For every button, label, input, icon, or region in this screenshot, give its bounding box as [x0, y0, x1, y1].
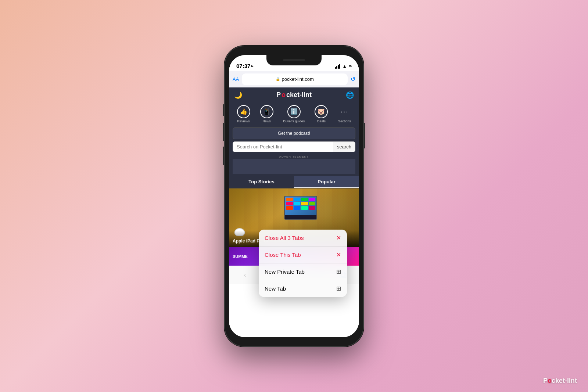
news-label: News — [262, 119, 271, 123]
podcast-bar[interactable]: Get the podcast! — [233, 127, 355, 139]
reviews-icon: 👍 — [237, 105, 250, 118]
nav-sections[interactable]: ··· Sections — [338, 105, 351, 123]
reviews-label: Reviews — [237, 119, 250, 123]
site-header: 🌙 P o cket-lint 🌐 — [229, 87, 359, 103]
guides-label: Buyer's guides — [283, 119, 305, 123]
time-label: 07:37 — [236, 63, 250, 69]
address-bar: AA 🔒 pocket-lint.com ↺ — [229, 71, 359, 87]
close-this-icon: ✕ — [336, 251, 341, 258]
close-all-icon: ✕ — [336, 234, 341, 241]
moon-icon: 🌙 — [234, 91, 242, 99]
reload-button[interactable]: ↺ — [351, 76, 355, 83]
tab-popular[interactable]: Popular — [294, 176, 359, 188]
nav-guides[interactable]: ℹ️ Buyer's guides — [283, 105, 305, 123]
speaker — [283, 59, 305, 61]
phone-screen: 07:37 ▸ ▲ AA 🔒 pocket-lint.com — [229, 55, 359, 337]
ipad-image — [284, 196, 317, 220]
website-content: 🌙 P o cket-lint 🌐 👍 Reviews 📱 News — [229, 87, 359, 266]
sections-label: Sections — [338, 119, 351, 123]
search-input[interactable] — [233, 142, 333, 152]
context-menu: Close All 3 Tabs ✕ Close This Tab ✕ New … — [259, 230, 347, 266]
power-button — [364, 123, 365, 148]
ad-space — [233, 159, 355, 174]
close-this-tab-item[interactable]: Close This Tab ✕ — [259, 247, 347, 263]
location-icon: ▸ — [251, 64, 253, 68]
lock-icon: 🔒 — [276, 77, 280, 81]
close-all-tabs-label: Close All 3 Tabs — [265, 235, 304, 241]
nav-reviews[interactable]: 👍 Reviews — [237, 105, 250, 123]
search-row: search — [233, 141, 355, 152]
status-time: 07:37 ▸ — [236, 63, 253, 69]
news-icon: 📱 — [260, 105, 273, 118]
guides-icon: ℹ️ — [287, 105, 301, 118]
url-bar[interactable]: 🔒 pocket-lint.com — [242, 73, 348, 85]
back-button[interactable]: ‹ — [239, 269, 251, 281]
close-this-tab-label: Close This Tab — [265, 252, 301, 258]
nav-deals[interactable]: 🐷 Deals — [315, 105, 328, 123]
globe-icon: 🌐 — [346, 91, 354, 99]
notch — [266, 55, 322, 65]
search-button[interactable]: search — [333, 142, 355, 152]
volume-up-button — [223, 123, 224, 141]
aa-button[interactable]: AA — [233, 76, 239, 82]
sections-icon: ··· — [338, 105, 351, 118]
deals-label: Deals — [317, 119, 326, 123]
close-all-tabs-item[interactable]: Close All 3 Tabs ✕ — [259, 230, 347, 247]
nav-news[interactable]: 📱 News — [260, 105, 273, 123]
status-icons: ▲ — [335, 64, 352, 69]
new-private-tab-item[interactable]: New Private Tab ⊞ — [259, 263, 347, 266]
site-logo: P o cket-lint — [276, 91, 312, 99]
watermark: Pocket-lint — [543, 377, 577, 385]
wifi-icon: ▲ — [342, 64, 347, 69]
url-text: pocket-lint.com — [282, 76, 313, 82]
content-tabs: Top Stories Popular — [229, 176, 359, 188]
tab-top-stories[interactable]: Top Stories — [229, 176, 294, 188]
volume-down-button — [223, 147, 224, 165]
deals-icon: 🐷 — [315, 105, 328, 118]
second-article-text: SUMME — [233, 254, 248, 259]
battery-icon — [349, 65, 352, 67]
signal-icon — [335, 64, 340, 69]
phone-frame: 07:37 ▸ ▲ AA 🔒 pocket-lint.com — [224, 46, 364, 347]
nav-icons: 👍 Reviews 📱 News ℹ️ Buyer's guides 🐷 Dea… — [229, 103, 359, 125]
silent-switch — [223, 104, 224, 116]
ad-label: ADVERTISEMENT — [229, 154, 359, 159]
